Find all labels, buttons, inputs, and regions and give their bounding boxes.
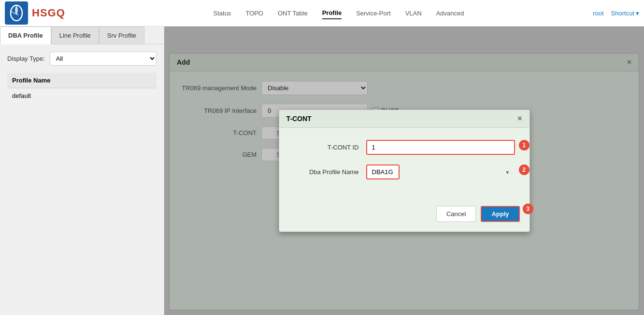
sidebar: DBA Profile Line Profile Srv Profile Dis… [0,27,164,315]
tcont-dialog-footer: Cancel Apply 3 [279,201,530,232]
nav-topo[interactable]: TOPO [245,8,263,19]
logo-text: HSGQ [32,7,65,19]
tcont-dialog-close[interactable]: × [517,115,522,123]
nav-ont-table[interactable]: ONT Table [278,8,308,19]
sidebar-content: Display Type: All Custom Profile Name de… [0,44,164,111]
step-1-badge: 1 [519,140,530,151]
apply-button[interactable]: Apply [481,206,519,222]
tab-dba-profile[interactable]: DBA Profile [0,27,51,44]
tcont-dialog-title: T-CONT [286,115,312,123]
cancel-button[interactable]: Cancel [436,206,476,222]
dba-profile-label: Dba Profile Name [294,168,366,176]
top-nav: HSGQ Status TOPO ONT Table Profile Servi… [0,0,644,27]
nav-right: root Shortcut ▾ [593,10,639,17]
display-type-label: Display Type: [7,55,45,62]
display-type-select[interactable]: All Custom [50,52,157,66]
tab-srv-profile[interactable]: Srv Profile [99,27,144,44]
tcont-id-row: T-CONT ID 1 [294,140,515,155]
step-2-badge: 2 [519,164,530,175]
nav-links: Status TOPO ONT Table Profile Service-Po… [85,7,593,19]
nav-status[interactable]: Status [214,8,231,19]
profile-table: Profile Name default [7,73,157,104]
main-area: DBA Profile Line Profile Srv Profile Dis… [0,27,644,315]
nav-shortcut[interactable]: Shortcut ▾ [611,10,639,17]
dba-profile-select[interactable]: DBA1G DBA2G DBA5G [366,164,400,179]
display-type-row: Display Type: All Custom [7,52,157,66]
profile-name-cell: default [7,88,157,104]
step-3-badge: 3 [523,204,533,214]
nav-vlan[interactable]: VLAN [405,8,422,19]
tab-line-profile[interactable]: Line Profile [51,27,99,44]
dba-profile-row: Dba Profile Name DBA1G DBA2G DBA5G 2 [294,164,515,179]
dba-profile-select-wrapper: DBA1G DBA2G DBA5G [366,164,515,179]
nav-user: root [593,10,603,17]
profile-name-header: Profile Name [7,73,157,88]
tcont-id-label: T-CONT ID [294,144,366,151]
tcont-dialog-header: T-CONT × [279,110,530,128]
inner-dialog-overlay: T-CONT × T-CONT ID 1 Dba Profile Name [164,27,644,315]
apply-button-wrapper: Apply 3 [481,206,519,222]
logo-icon [5,1,28,25]
nav-advanced[interactable]: Advanced [436,8,464,19]
chevron-down-icon: ▾ [636,10,639,17]
logo-area: HSGQ [5,1,65,25]
sidebar-tabs: DBA Profile Line Profile Srv Profile [0,27,164,44]
tcont-id-input[interactable] [366,140,515,155]
content-area: Setting Add View Details View Binding De… [164,27,644,315]
table-row[interactable]: default [7,88,157,104]
tcont-dialog: T-CONT × T-CONT ID 1 Dba Profile Name [279,110,530,232]
nav-profile[interactable]: Profile [322,7,342,19]
nav-service-port[interactable]: Service-Port [356,8,391,19]
tcont-dialog-body: T-CONT ID 1 Dba Profile Name DBA1G DBA2G [279,128,530,201]
